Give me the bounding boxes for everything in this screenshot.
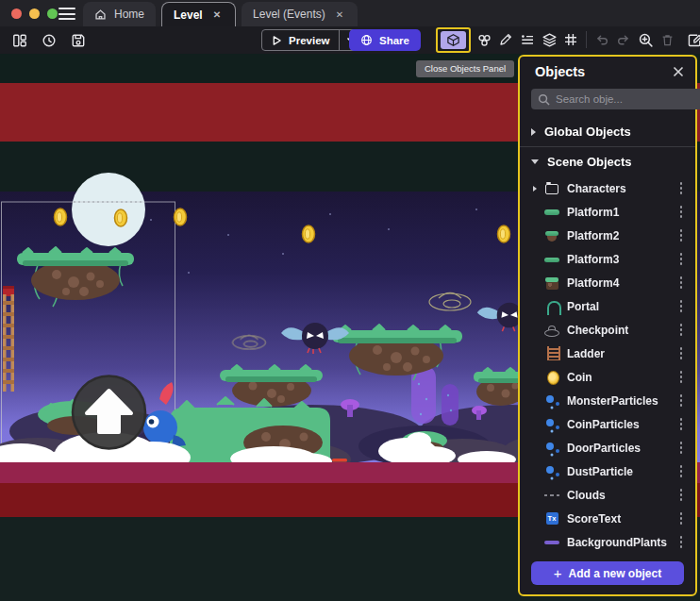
maximize-window-button[interactable] <box>47 8 58 19</box>
object-options-icon[interactable] <box>675 534 688 551</box>
object-row-checkpoint[interactable]: Checkpoint <box>520 318 695 342</box>
object-options-icon[interactable] <box>675 180 688 197</box>
object-options-icon[interactable] <box>675 463 688 480</box>
object-options-icon[interactable] <box>675 369 688 386</box>
group-global-objects[interactable]: Global Objects <box>520 117 695 147</box>
home-icon <box>94 8 107 21</box>
tab-level-events[interactable]: Level (Events) ✕ <box>242 2 358 26</box>
edit-scene-icon[interactable] <box>684 29 700 50</box>
toolbar-divider <box>586 31 587 48</box>
object-options-icon[interactable] <box>675 392 688 409</box>
object-row-scoretext[interactable]: ScoreText <box>520 507 695 530</box>
object-row-backgroundplants[interactable]: BackgroundPlants <box>520 530 695 554</box>
object-row-characters[interactable]: Characters <box>520 176 695 200</box>
object-row-monsterparticles[interactable]: MonsterParticles <box>520 389 695 412</box>
layers-icon[interactable] <box>539 29 559 50</box>
object-label: Characters <box>567 182 675 195</box>
group-scene-objects[interactable]: Scene Objects <box>520 147 695 176</box>
object-options-icon[interactable] <box>675 251 688 268</box>
panels-icon[interactable] <box>9 30 30 51</box>
object-row-coin[interactable]: Coin <box>520 365 695 389</box>
zoom-in-icon[interactable] <box>635 29 656 50</box>
object-row-coinparticles[interactable]: CoinParticles <box>520 412 695 436</box>
save-icon[interactable] <box>68 30 89 51</box>
properties-icon[interactable] <box>517 29 538 50</box>
tab-level-label: Level <box>174 8 203 22</box>
object-row-dustparticle[interactable]: DustParticle <box>520 459 695 483</box>
history-icon[interactable] <box>39 30 59 51</box>
chevron-right-icon <box>531 128 536 136</box>
object-row-platform3[interactable]: Platform3 <box>520 247 695 271</box>
preview-label: Preview <box>289 35 329 46</box>
object-options-icon[interactable] <box>675 345 688 362</box>
object-options-icon[interactable] <box>675 204 688 221</box>
object-row-platform4[interactable]: Platform4 <box>520 271 695 294</box>
object-label: DustParticle <box>567 465 675 478</box>
globe-icon <box>360 34 373 46</box>
object-options-icon[interactable] <box>675 510 688 527</box>
close-tab-icon[interactable]: ✕ <box>333 8 346 21</box>
instances-groups-icon[interactable] <box>474 29 494 50</box>
chevron-right-icon <box>533 492 543 498</box>
close-window-button[interactable] <box>11 8 22 19</box>
object-label: Clouds <box>567 489 675 502</box>
chevron-right-icon <box>533 422 543 427</box>
chevron-right-icon <box>533 233 543 239</box>
tab-home[interactable]: Home <box>83 2 156 26</box>
close-tab-icon[interactable]: ✕ <box>210 8 224 21</box>
object-options-icon[interactable] <box>675 440 688 457</box>
redo-icon[interactable] <box>613 29 634 50</box>
chevron-right-icon <box>533 304 543 309</box>
minimize-window-button[interactable] <box>29 8 40 19</box>
object-label: Portal <box>567 300 675 313</box>
add-new-object-button[interactable]: + Add a new object <box>531 561 684 585</box>
chevron-right-icon <box>533 469 543 475</box>
share-label: Share <box>379 35 409 46</box>
object-options-icon[interactable] <box>675 227 688 244</box>
platform-grass-thin-icon <box>543 251 560 268</box>
object-options-icon[interactable] <box>675 298 688 315</box>
undo-icon[interactable] <box>592 29 612 50</box>
tab-level[interactable]: Level ✕ <box>161 2 236 26</box>
object-options-icon[interactable] <box>675 275 688 292</box>
particles-icon <box>543 463 560 480</box>
pencil-icon[interactable] <box>495 29 516 50</box>
chevron-down-icon <box>531 159 539 164</box>
add-button-label: Add a new object <box>569 567 662 580</box>
object-row-platform1[interactable]: Platform1 <box>520 200 695 224</box>
object-row-clouds[interactable]: Clouds <box>520 483 695 507</box>
object-options-icon[interactable] <box>675 322 688 339</box>
objects-panel-icon[interactable] <box>441 31 466 49</box>
share-button[interactable]: Share <box>349 29 421 51</box>
object-row-portal[interactable]: Portal <box>520 294 695 318</box>
clouds-icon <box>543 487 560 504</box>
platform-grass-icon <box>543 204 560 221</box>
tab-home-label: Home <box>114 8 144 21</box>
search-box[interactable] <box>531 89 700 109</box>
platform-block-icon <box>543 275 560 292</box>
search-input[interactable] <box>556 93 700 105</box>
object-row-ladder[interactable]: Ladder <box>520 342 695 365</box>
search-icon <box>538 93 550 106</box>
trash-icon[interactable] <box>657 29 677 50</box>
checkpoint-icon <box>543 322 560 339</box>
coin-icon <box>543 369 560 386</box>
play-icon <box>272 35 282 46</box>
close-panel-icon[interactable] <box>673 66 684 77</box>
up-arrow-button[interactable] <box>73 376 145 449</box>
chevron-right-icon <box>533 398 543 404</box>
objects-panel-button-highlight <box>436 27 471 53</box>
grid-icon[interactable] <box>560 29 581 50</box>
object-label: CoinParticles <box>567 418 675 431</box>
object-label: Platform2 <box>567 229 675 242</box>
chevron-right-icon <box>533 257 543 262</box>
window-controls[interactable] <box>11 8 58 19</box>
plus-icon: + <box>554 566 562 580</box>
object-row-platform2[interactable]: Platform2 <box>520 224 695 247</box>
object-row-doorparticles[interactable]: DoorParticles <box>520 436 695 459</box>
toolbar: Preview Share <box>0 26 700 54</box>
main-menu-icon[interactable] <box>58 8 75 20</box>
tab-level-events-label: Level (Events) <box>253 8 325 21</box>
object-options-icon[interactable] <box>675 487 688 504</box>
object-options-icon[interactable] <box>675 416 688 433</box>
